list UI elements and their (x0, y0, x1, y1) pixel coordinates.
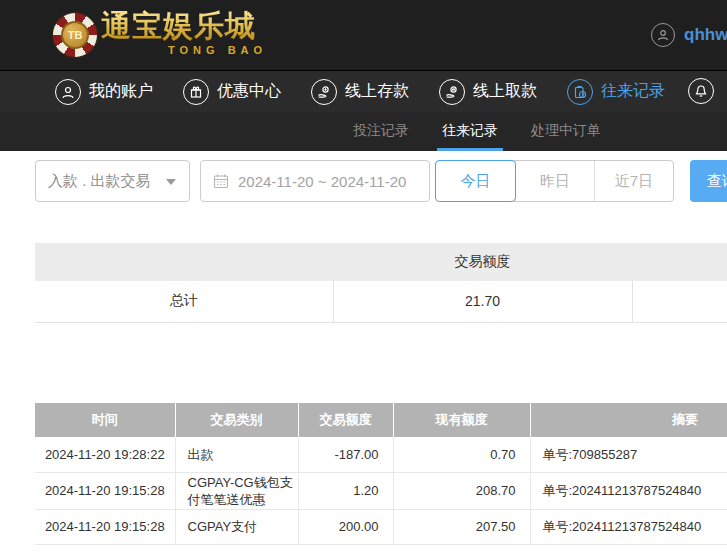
main-nav: 我的账户 优惠中心 线上存款 线上取款 (0, 70, 727, 112)
cell-time: 2024-11-20 19:15:28 (35, 509, 175, 544)
search-button[interactable]: 查询 (690, 160, 727, 202)
cell-summary: 单号:709855287 (530, 437, 727, 472)
col-type: 交易类别 (175, 403, 298, 437)
deposit-icon (311, 79, 337, 105)
page: TB 通宝娱乐城 TONG BAO qhhw 我的账户 (0, 0, 727, 553)
withdraw-icon (439, 79, 465, 105)
summary-empty-cell (632, 281, 727, 322)
summary-header-empty (35, 243, 333, 281)
notifications-bell[interactable] (688, 78, 714, 104)
username[interactable]: qhhw (684, 25, 727, 45)
summary-header-empty (632, 243, 727, 281)
today-button[interactable]: 今日 (436, 161, 515, 201)
nav-item-withdraw[interactable]: 线上取款 (439, 79, 537, 105)
nav-item-transaction-records[interactable]: 往来记录 (567, 79, 665, 105)
cell-amount: 200.00 (298, 509, 393, 544)
col-time: 时间 (35, 403, 175, 437)
cell-time: 2024-11-20 19:28:22 (35, 437, 175, 472)
table-row: 2024-11-20 19:28:22 出款 -187.00 0.70 单号:7… (35, 437, 727, 472)
summary-total-value: 21.70 (333, 281, 632, 322)
date-range-input[interactable]: 2024-11-20 ~ 2024-11-20 (200, 160, 430, 202)
cell-time: 2024-11-20 19:15:28 (35, 472, 175, 509)
subnav-tabs: 投注记录 往来记录 处理中订单 (0, 112, 727, 151)
last7days-button[interactable]: 近7日 (594, 161, 673, 201)
summary-total-label: 总计 (35, 281, 333, 322)
nav-item-promotions[interactable]: 优惠中心 (183, 79, 281, 105)
nav-label: 往来记录 (601, 81, 665, 102)
transactions-table: 时间 交易类别 交易额度 现有额度 摘要 2024-11-20 19:28:22… (35, 403, 727, 545)
top-header: TB 通宝娱乐城 TONG BAO qhhw (0, 0, 727, 70)
cell-summary: 单号:202411213787524840 (530, 472, 727, 509)
col-summary: 摘要 (530, 403, 727, 437)
cell-balance: 207.50 (393, 509, 530, 544)
tab-transaction-records[interactable]: 往来记录 (442, 112, 498, 151)
caret-down-icon (166, 179, 176, 185)
date-range-value: 2024-11-20 ~ 2024-11-20 (238, 173, 406, 190)
brand-title: 通宝娱乐城 (101, 6, 256, 47)
calendar-icon (213, 173, 229, 189)
cell-summary: 单号:202411213787524840 (530, 509, 727, 544)
yesterday-button[interactable]: 昨日 (515, 161, 594, 201)
transaction-type-value: 入款 . 出款交易 (48, 172, 151, 191)
summary-total-row: 总计 21.70 (35, 281, 727, 322)
summary-table: 交易额度 总计 21.70 (35, 243, 727, 323)
nav-label: 线上取款 (473, 81, 537, 102)
user-avatar-icon[interactable] (651, 23, 675, 47)
summary-header-amount: 交易额度 (333, 243, 632, 281)
transactions-header-row: 时间 交易类别 交易额度 现有额度 摘要 (35, 403, 727, 437)
cell-type: CGPAY支付 (175, 509, 298, 544)
nav-item-deposit[interactable]: 线上存款 (311, 79, 409, 105)
brand-subtitle: TONG BAO (168, 44, 267, 56)
account-icon (55, 79, 81, 105)
cell-balance: 208.70 (393, 472, 530, 509)
promo-icon (183, 79, 209, 105)
col-balance: 现有额度 (393, 403, 530, 437)
table-row: 2024-11-20 19:15:28 CGPAY-CG钱包支付笔笔送优惠 1.… (35, 472, 727, 509)
nav-label: 线上存款 (345, 81, 409, 102)
tab-betting-records[interactable]: 投注记录 (353, 112, 409, 151)
nav-label: 优惠中心 (217, 81, 281, 102)
summary-header-row: 交易额度 (35, 243, 727, 281)
cell-type: 出款 (175, 437, 298, 472)
nav-label: 我的账户 (89, 81, 153, 102)
bell-icon (688, 78, 714, 104)
tab-pending-orders[interactable]: 处理中订单 (531, 112, 601, 151)
transaction-type-select[interactable]: 入款 . 出款交易 (35, 160, 190, 202)
table-row: 2024-11-20 19:15:28 CGPAY支付 200.00 207.5… (35, 509, 727, 544)
quick-date-button-group: 今日 昨日 近7日 (435, 160, 674, 202)
col-amount: 交易额度 (298, 403, 393, 437)
cell-amount: -187.00 (298, 437, 393, 472)
brand-logo-chip-text: TB (61, 21, 89, 49)
cell-amount: 1.20 (298, 472, 393, 509)
cell-type: CGPAY-CG钱包支付笔笔送优惠 (175, 472, 298, 509)
cell-balance: 0.70 (393, 437, 530, 472)
nav-item-my-account[interactable]: 我的账户 (55, 79, 153, 105)
brand-logo-chip-icon: TB (53, 13, 97, 57)
records-icon (567, 79, 593, 105)
